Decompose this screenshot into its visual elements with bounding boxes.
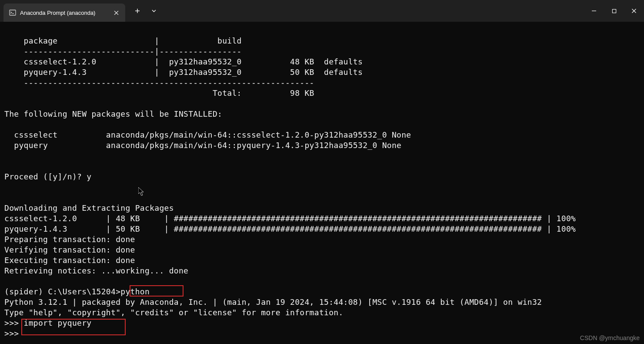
minimize-button[interactable]: [584, 0, 604, 22]
tab-title: Anaconda Prompt (anaconda): [20, 10, 109, 16]
svg-rect-7: [612, 9, 616, 13]
tab-dropdown-button[interactable]: [146, 4, 162, 18]
window-controls: [584, 0, 644, 22]
titlebar-drag-area[interactable]: [162, 0, 584, 22]
titlebar: Anaconda Prompt (anaconda): [0, 0, 644, 22]
tab-actions: [130, 0, 162, 22]
terminal-tab[interactable]: Anaconda Prompt (anaconda): [3, 3, 125, 22]
new-tab-button[interactable]: [130, 4, 145, 18]
svg-rect-0: [10, 10, 16, 15]
window-close-button[interactable]: [624, 0, 644, 22]
terminal-output[interactable]: package | build ------------------------…: [0, 22, 644, 342]
maximize-button[interactable]: [604, 0, 624, 22]
watermark: CSDN @ymchuangke: [580, 334, 640, 341]
close-tab-button[interactable]: [112, 9, 120, 17]
terminal-icon: [9, 9, 17, 17]
